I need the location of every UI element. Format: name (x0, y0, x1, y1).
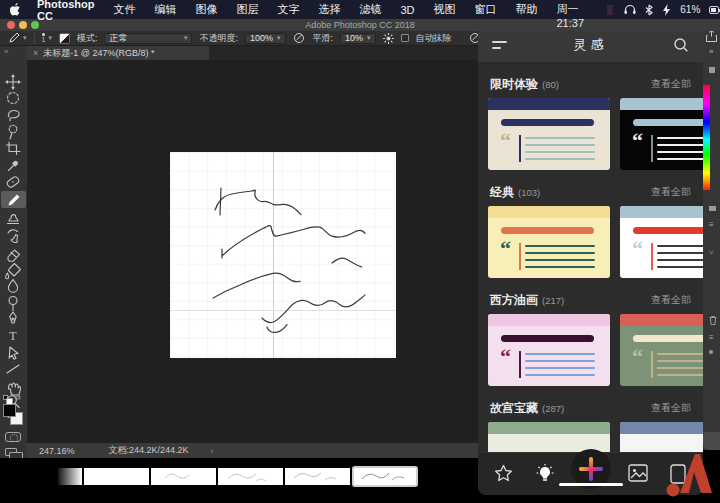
inspiration-bulb-icon[interactable] (536, 464, 554, 484)
brush-panel-toggle-icon[interactable] (59, 33, 70, 44)
zoom-level-field[interactable]: 247.16% (39, 446, 75, 456)
quick-selection-tool-icon (9, 125, 17, 139)
dodge-tool-icon (9, 297, 17, 311)
favorites-star-icon[interactable] (494, 464, 513, 483)
delete-trash-icon[interactable] (709, 316, 717, 325)
menu-item-filter[interactable]: 滤镜 (359, 2, 381, 17)
template-card[interactable]: “ (488, 206, 610, 278)
panel-square-icon-2[interactable] (709, 206, 716, 211)
panel-dock-strip: » ≡ ˅ ≡ (703, 28, 720, 450)
status-options-chevron[interactable]: › (211, 446, 214, 456)
paint-bucket-tool-icon (6, 264, 21, 279)
swap-colors-icon[interactable]: ⇄ (15, 394, 21, 402)
view-all-link[interactable]: 查看全部 (651, 401, 691, 415)
view-all-link[interactable]: 查看全部 (651, 77, 691, 91)
card-divider (651, 135, 653, 162)
menu-clock[interactable]: 10/21 周一 21:37 (557, 0, 598, 29)
pressure-opacity-icon[interactable] (293, 32, 306, 44)
panel-square-icon[interactable] (709, 67, 715, 73)
crop-tool-icon (7, 142, 21, 155)
filmstrip-frame-selected[interactable] (352, 466, 418, 487)
quote-mark: “ (500, 238, 511, 260)
home-indicator (559, 483, 623, 486)
foreground-color-swatch[interactable] (3, 404, 16, 417)
gallery-image-icon[interactable] (628, 464, 648, 482)
screen-mode-icon[interactable] (5, 448, 17, 456)
template-card[interactable]: “ (488, 314, 610, 386)
view-all-link[interactable]: 查看全部 (651, 185, 691, 199)
type-tool-icon: T (9, 329, 17, 343)
document-tab[interactable]: × 未标题-1 @ 247%(RGB/8) * (27, 46, 209, 60)
collapse-panels-icon[interactable]: » (709, 47, 713, 56)
filmstrip-frame[interactable] (84, 468, 149, 485)
auto-erase-checkbox[interactable] (401, 34, 409, 42)
blur-tool-icon (8, 280, 17, 293)
menu-item-3d[interactable]: 3D (400, 4, 414, 16)
quote-mark: “ (632, 238, 643, 260)
template-card[interactable]: “ (488, 98, 610, 170)
panel-menu-icon-2[interactable]: ≡ (709, 333, 714, 342)
filmstrip-frame[interactable] (151, 468, 216, 485)
section-header-classic: 经典 (103) 查看全部 (490, 184, 703, 200)
menu-item-help[interactable]: 帮助 (516, 2, 538, 17)
template-card[interactable]: “ (620, 98, 703, 170)
mode-label: 模式: (77, 32, 98, 45)
menu-status-cluster: 10/21 周一 21:37 61% ••• ≡ (557, 0, 720, 29)
section-count: (217) (542, 295, 564, 306)
view-all-link[interactable]: 查看全部 (651, 293, 691, 307)
menu-item-file[interactable]: 文件 (113, 2, 135, 17)
card-divider (651, 351, 653, 378)
menu-item-view[interactable]: 视图 (434, 2, 456, 17)
smoothing-select[interactable]: 10%▾ (340, 33, 376, 44)
inspiration-panel: 灵感 限时体验 (80) 查看全部 “ “ (478, 28, 703, 495)
mode-select[interactable]: 正常▾ (104, 33, 192, 44)
card-row: “ “ (488, 314, 703, 386)
section-header-limited: 限时体验 (80) 查看全部 (490, 76, 703, 92)
headphones-icon[interactable] (624, 4, 636, 15)
share-icon[interactable] (706, 30, 717, 42)
template-card[interactable]: “ (620, 206, 703, 278)
card-text-lines (657, 137, 703, 160)
search-icon[interactable] (673, 37, 689, 53)
menu-item-image[interactable]: 图像 (195, 2, 217, 17)
eraser-tool-icon (8, 250, 20, 261)
bluetooth-icon[interactable] (645, 4, 653, 16)
opacity-label: 不透明度: (199, 32, 238, 45)
menu-app-name[interactable]: Photoshop CC (37, 0, 94, 22)
panel-scroll-area[interactable]: 限时体验 (80) 查看全部 “ “ (478, 62, 703, 452)
close-tab-icon[interactable]: × (33, 48, 38, 58)
charging-bolt-icon[interactable] (662, 4, 671, 16)
input-method-icon[interactable] (606, 5, 615, 15)
apple-icon[interactable] (10, 3, 21, 16)
section-count: (287) (542, 403, 564, 414)
section-header-western-oil: 西方油画 (217) 查看全部 (490, 292, 703, 308)
menu-item-type[interactable]: 文字 (277, 2, 299, 17)
brush-preset-picker[interactable]: 1 ▾ (42, 33, 52, 43)
filmstrip-frame[interactable] (218, 468, 283, 485)
document-canvas[interactable] (170, 152, 396, 358)
template-card[interactable] (488, 422, 610, 452)
smoothing-options-gear-icon[interactable] (383, 33, 394, 44)
filmstrip-frame[interactable] (58, 468, 82, 485)
color-ramp-slider[interactable] (703, 85, 710, 190)
collapse-panel-icon[interactable]: » (4, 47, 7, 56)
menu-item-layer[interactable]: 图层 (236, 2, 258, 17)
pencil-tool-preset-icon[interactable]: ▾ (8, 32, 27, 44)
filmstrip-frame[interactable] (285, 468, 350, 485)
template-card[interactable]: “ (620, 314, 703, 386)
menu-item-window[interactable]: 窗口 (475, 2, 497, 17)
healing-brush-tool-icon (6, 176, 20, 189)
menu-item-select[interactable]: 选择 (318, 2, 340, 17)
pencil-tool-icon (1, 191, 26, 208)
panel-menu-icon[interactable]: ≡ (709, 220, 714, 229)
panel-dot-icon (709, 350, 713, 354)
menu-item-edit[interactable]: 编辑 (154, 2, 176, 17)
quick-mask-icon[interactable] (5, 432, 21, 442)
template-card[interactable] (620, 422, 703, 452)
card-header-strip (620, 422, 703, 434)
default-colors-icon[interactable] (3, 395, 8, 400)
document-size-info: 文档:244.2K/244.2K (109, 444, 189, 457)
opacity-select[interactable]: 100%▾ (245, 33, 286, 44)
document-tab-title: 未标题-1 @ 247%(RGB/8) * (43, 47, 154, 60)
panel-chevron-icon[interactable]: ˅ (709, 248, 714, 257)
